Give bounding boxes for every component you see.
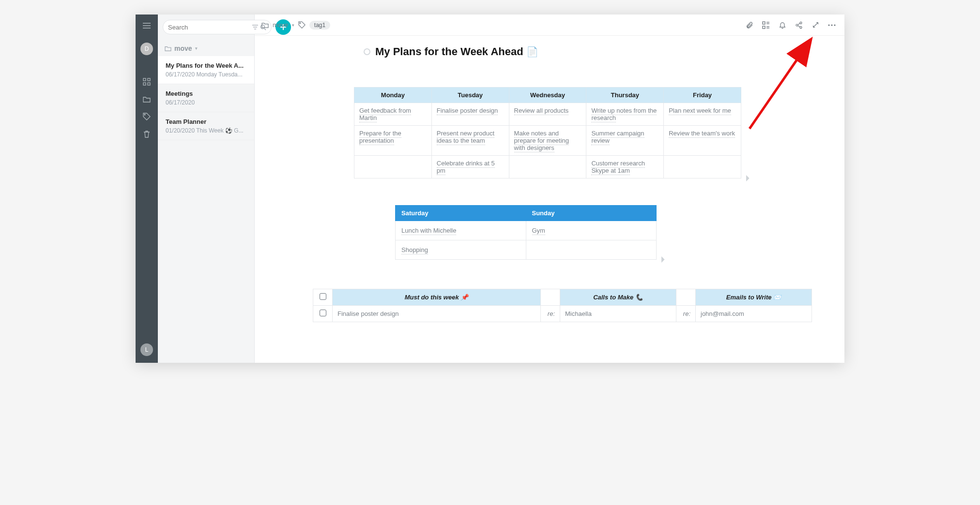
user-avatar-bottom[interactable]: L: [140, 343, 153, 356]
col-header-calls[interactable]: Calls to Make 📞: [560, 289, 676, 306]
table-cell[interactable]: Review the team's work: [664, 126, 741, 156]
task-circle-icon[interactable]: [364, 48, 370, 55]
nav-rail: D L: [136, 15, 158, 363]
table-cell[interactable]: Customer research Skype at 1am: [586, 156, 664, 178]
expand-icon[interactable]: [810, 19, 821, 31]
checklist-icon[interactable]: [760, 19, 772, 31]
bell-icon[interactable]: [777, 19, 788, 31]
menu-icon[interactable]: [141, 20, 152, 31]
pushpin-icon: 📌: [460, 294, 468, 301]
table-cell[interactable]: Present new product ideas to the team: [431, 126, 509, 156]
table-cell[interactable]: [526, 240, 657, 260]
svg-point-28: [831, 24, 833, 26]
table-cell[interactable]: Summer campaign review: [586, 126, 664, 156]
checkbox-col[interactable]: [313, 289, 333, 306]
checkbox-col[interactable]: [676, 289, 696, 306]
app-shell: D L: [136, 15, 844, 363]
table-cell[interactable]: Celebrate drinks at 5 pm: [431, 156, 509, 178]
attachment-icon[interactable]: [744, 19, 755, 31]
user-avatar-top[interactable]: D: [140, 43, 153, 55]
table-cell[interactable]: Shopping: [396, 240, 526, 260]
tag-rail-icon[interactable]: [141, 111, 152, 122]
checkbox-col[interactable]: [541, 289, 560, 306]
table-cell[interactable]: [354, 156, 432, 178]
tag-chip[interactable]: tag1: [309, 21, 330, 30]
col-header[interactable]: Monday: [354, 88, 432, 103]
table-cell[interactable]: Get feedback from Martin: [354, 103, 432, 126]
col-header[interactable]: Saturday: [396, 206, 526, 221]
search-input[interactable]: [168, 24, 249, 31]
svg-point-24: [800, 26, 802, 28]
notes-sidebar: move ▾ My Plans for the Week A... 06/17/…: [158, 15, 255, 363]
chevron-down-icon[interactable]: ▾: [292, 23, 294, 28]
table-cell[interactable]: Plan next week for me: [664, 103, 741, 126]
checkbox-cell[interactable]: [313, 306, 333, 322]
table-cell[interactable]: Finalise poster design: [431, 103, 509, 126]
page-emoji-icon: 📄: [526, 46, 538, 57]
weekday-table[interactable]: Monday Tuesday Wednesday Thursday Friday…: [354, 87, 741, 178]
note-list-item[interactable]: Team Planner 01/20/2020 This Week ⚽ G...: [158, 112, 254, 140]
folder-header[interactable]: move ▾: [158, 39, 254, 56]
document-title[interactable]: My Plans for the Week Ahead 📄: [375, 45, 538, 58]
svg-point-15: [300, 23, 301, 24]
svg-rect-3: [143, 78, 146, 81]
note-title: My Plans for the Week A...: [166, 62, 246, 69]
weekend-table[interactable]: Saturday Sunday Lunch with Michelle Gym …: [395, 205, 657, 260]
re-label: re:: [676, 306, 696, 322]
svg-point-27: [828, 24, 830, 26]
note-list-item[interactable]: My Plans for the Week A... 06/17/2020 Mo…: [158, 56, 254, 84]
folder-label: move: [174, 45, 192, 52]
svg-rect-6: [148, 83, 150, 85]
chevron-down-icon: ▾: [195, 46, 198, 51]
folder-icon[interactable]: [141, 94, 152, 104]
col-header-emails[interactable]: Emails to Write ✉️: [696, 289, 812, 306]
topbar: move ▾ tag1: [255, 15, 844, 36]
note-meta: 06/17/2020: [166, 99, 246, 106]
col-header[interactable]: Sunday: [526, 206, 657, 221]
todo-table[interactable]: Must do this week 📌 Calls to Make 📞 Emai…: [313, 289, 812, 322]
table-cell[interactable]: john@mail.com: [696, 306, 812, 322]
table-cell[interactable]: Lunch with Michelle: [396, 221, 526, 240]
breadcrumb-folder-label[interactable]: move: [273, 21, 288, 29]
col-header[interactable]: Wednesday: [509, 88, 586, 103]
note-list-item[interactable]: Meetings 06/17/2020: [158, 84, 254, 112]
weekday-table-wrap: Monday Tuesday Wednesday Thursday Friday…: [354, 87, 741, 178]
trash-icon[interactable]: [141, 129, 152, 139]
svg-rect-4: [148, 78, 150, 81]
breadcrumb-folder-icon[interactable]: [261, 22, 269, 28]
resize-handle-icon[interactable]: ◢: [657, 255, 665, 263]
table-cell[interactable]: Finalise poster design: [333, 306, 541, 322]
table-cell[interactable]: [509, 156, 586, 178]
svg-rect-16: [763, 22, 765, 24]
table-cell[interactable]: Michaella: [560, 306, 676, 322]
svg-point-7: [144, 114, 145, 115]
document-content[interactable]: My Plans for the Week Ahead 📄 Monday Tue…: [255, 36, 844, 363]
svg-line-26: [798, 26, 800, 27]
note-meta: 06/17/2020 Monday Tuesda...: [166, 71, 246, 78]
resize-handle-icon[interactable]: ◢: [742, 174, 750, 182]
table-cell[interactable]: Gym: [526, 221, 657, 240]
table-cell[interactable]: Review all products: [509, 103, 586, 126]
note-title: Team Planner: [166, 118, 246, 125]
col-header[interactable]: Friday: [664, 88, 741, 103]
table-cell[interactable]: Write up notes from the research: [586, 103, 664, 126]
table-cell[interactable]: [664, 156, 741, 178]
svg-rect-5: [143, 83, 146, 85]
more-icon[interactable]: [826, 19, 838, 31]
svg-rect-19: [763, 26, 765, 29]
breadcrumb-tag-icon[interactable]: [298, 21, 306, 29]
envelope-icon: ✉️: [773, 294, 781, 301]
todo-table-wrap: Must do this week 📌 Calls to Make 📞 Emai…: [313, 289, 787, 322]
grid-icon[interactable]: [141, 76, 152, 87]
col-header-must[interactable]: Must do this week 📌: [333, 289, 541, 306]
checkbox-icon: [320, 310, 326, 316]
share-icon[interactable]: [793, 19, 805, 31]
col-header[interactable]: Thursday: [586, 88, 664, 103]
table-cell[interactable]: Make notes and prepare for meeting with …: [509, 126, 586, 156]
table-cell[interactable]: Prepare for the presentation: [354, 126, 432, 156]
col-header[interactable]: Tuesday: [431, 88, 509, 103]
svg-point-22: [800, 22, 802, 24]
note-meta: 01/20/2020 This Week ⚽ G...: [166, 127, 246, 134]
note-title: Meetings: [166, 90, 246, 97]
phone-icon: 📞: [635, 294, 643, 301]
